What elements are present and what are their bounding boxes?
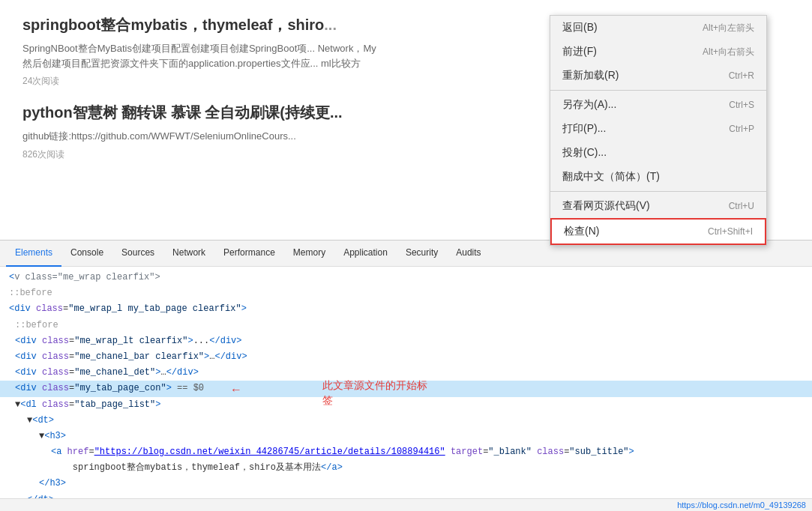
annotation-text: 此文章源文件的开始标签 [322, 379, 427, 408]
menu-item-inspect[interactable]: 检查(N) Ctrl+Shift+I [550, 218, 766, 245]
menu-item-inspect-label: 检查(N) [564, 225, 599, 238]
menu-item-viewsource-shortcut: Ctrl+U [729, 201, 754, 211]
menu-item-back-label: 返回(B) [562, 21, 598, 34]
menu-item-cast[interactable]: 投射(C)... [550, 141, 766, 165]
code-line-5: <div class="me_wrap_lt clearfix">...</di… [0, 333, 812, 349]
menu-item-viewsource-label: 查看网页源代码(V) [562, 199, 650, 213]
code-line-6: <div class="me_chanel_bar clearfix">…</d… [0, 349, 812, 365]
code-line-12: <a href="https://blog.csdn.net/weixin_44… [0, 444, 812, 460]
tab-elements[interactable]: Elements [6, 240, 61, 267]
tab-audits[interactable]: Audits [447, 240, 490, 267]
menu-item-back-shortcut: Alt+向左箭头 [703, 22, 754, 34]
menu-item-reload[interactable]: 重新加载(R) Ctrl+R [550, 64, 766, 88]
menu-item-saveas[interactable]: 另存为(A)... Ctrl+S [550, 93, 766, 117]
code-line-1: <v class="me_wrap clearfix"> [0, 270, 812, 285]
menu-item-translate[interactable]: 翻成中文（简体）(T) [550, 165, 766, 189]
code-line-4: ::before [0, 318, 812, 333]
menu-item-forward[interactable]: 前进(F) Alt+向右箭头 [550, 40, 766, 64]
menu-item-print-shortcut: Ctrl+P [729, 124, 754, 134]
menu-item-translate-label: 翻成中文（简体）(T) [562, 170, 660, 184]
tab-network[interactable]: Network [163, 240, 214, 267]
tab-sources[interactable]: Sources [112, 240, 163, 267]
menu-separator-1 [550, 90, 766, 91]
menu-item-cast-label: 投射(C)... [562, 146, 607, 160]
code-line-2: ::before [0, 285, 812, 301]
menu-item-forward-label: 前进(F) [562, 45, 597, 58]
menu-item-inspect-shortcut: Ctrl+Shift+I [708, 226, 753, 237]
menu-item-print-label: 打印(P)... [562, 122, 606, 136]
status-bar: https://blog.csdn.net/m0_49139268 [0, 498, 812, 511]
menu-separator-2 [550, 191, 766, 192]
status-url: https://blog.csdn.net/m0_49139268 [677, 501, 806, 510]
code-line-13: springboot整合mybatis，thymeleaf，shiro及基本用法… [0, 460, 812, 476]
code-line-3: <div class="me_wrap_l my_tab_page clearf… [0, 301, 812, 317]
tab-memory[interactable]: Memory [284, 240, 334, 267]
menu-item-reload-shortcut: Ctrl+R [729, 70, 754, 81]
code-line-11: ▼<h3> [0, 429, 812, 444]
menu-item-reload-label: 重新加载(R) [562, 69, 619, 82]
menu-item-forward-shortcut: Alt+向右箭头 [703, 46, 754, 58]
menu-item-back[interactable]: 返回(B) Alt+向左箭头 [550, 16, 766, 40]
code-line-10: ▼<dt> [0, 413, 812, 429]
tab-performance[interactable]: Performance [214, 240, 284, 267]
tab-application[interactable]: Application [334, 240, 397, 267]
menu-item-saveas-label: 另存为(A)... [562, 98, 616, 112]
code-line-14: </h3> [0, 476, 812, 492]
tab-security[interactable]: Security [397, 240, 447, 267]
context-menu: 返回(B) Alt+向左箭头 前进(F) Alt+向右箭头 重新加载(R) Ct… [550, 15, 767, 246]
menu-item-viewsource[interactable]: 查看网页源代码(V) Ctrl+U [550, 194, 766, 218]
tab-console[interactable]: Console [61, 240, 112, 267]
code-area: 此文章源文件的开始标签 <v class="me_wrap clearfix">… [0, 267, 812, 511]
menu-item-print[interactable]: 打印(P)... Ctrl+P [550, 117, 766, 141]
menu-item-saveas-shortcut: Ctrl+S [729, 100, 754, 110]
